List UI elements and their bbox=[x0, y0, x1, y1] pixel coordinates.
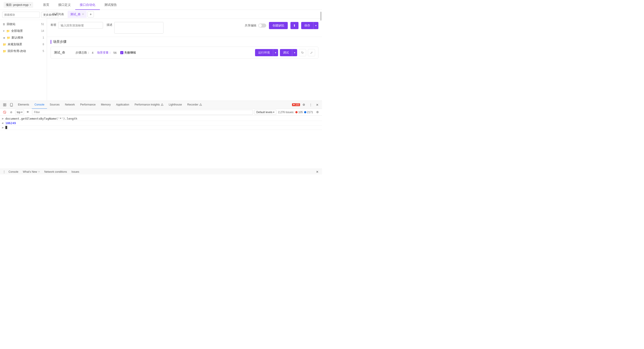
drawer-close-button[interactable]: ✕ bbox=[314, 169, 320, 175]
search-input[interactable] bbox=[2, 12, 40, 18]
whats-new-close-icon[interactable]: ✕ bbox=[38, 170, 40, 173]
nav-links: 首页 接口定义 接口自动化 测试报告 bbox=[38, 0, 121, 10]
expand-button[interactable]: ⤢ bbox=[308, 49, 315, 56]
sidebar-item-return[interactable]: 📁 回归专用-勿动 5 bbox=[0, 48, 47, 55]
fail-continue-label: 失败继续 bbox=[124, 51, 136, 55]
sidebar-items: 🗑 回收站 51 ▼ 📁 全部场景 14 ▶ 📁 默认模块 1 bbox=[0, 20, 47, 101]
project-chevron-icon: ▾ bbox=[30, 4, 31, 6]
run-env-button[interactable]: 运行环境 bbox=[255, 49, 273, 56]
scene-var-label[interactable]: 场景变量： bbox=[97, 51, 112, 55]
folder-icon-default: 📁 bbox=[7, 36, 10, 40]
console-settings-icon[interactable]: ⚙ bbox=[315, 110, 320, 115]
sidebar-item-all[interactable]: ▼ 📁 全部场景 14 bbox=[0, 28, 47, 34]
steps-total-label: 步骤总数： bbox=[76, 51, 90, 55]
save-button[interactable]: 保存 bbox=[301, 22, 313, 29]
dt-tab-performance[interactable]: Performance bbox=[78, 101, 98, 109]
tab-test-2[interactable]: 测试_叁 ✕ bbox=[68, 11, 87, 18]
content-area: 场景列表 测试_叁 ✕ + 标签 描述 bbox=[47, 10, 322, 101]
sidebar-search-row: 更多操作 ▾ bbox=[0, 10, 47, 20]
svg-rect-1 bbox=[3, 105, 4, 106]
main-area: 更多操作 ▾ 🗑 回收站 51 ▼ 📁 全部场景 14 bbox=[0, 10, 322, 101]
dt-close-button[interactable]: ✕ bbox=[314, 102, 320, 108]
tab-add-button[interactable]: + bbox=[88, 11, 94, 18]
tab-close-icon[interactable]: ✕ bbox=[82, 13, 84, 16]
svg-text:!: ! bbox=[200, 104, 200, 106]
share-edit-toggle[interactable] bbox=[258, 24, 266, 28]
dt-settings-icon[interactable]: ⚙ bbox=[301, 102, 307, 108]
dt-tab-console[interactable]: Console bbox=[32, 101, 47, 109]
create-defect-button[interactable]: 创建缺陷 bbox=[269, 22, 288, 29]
svg-text:!: ! bbox=[162, 104, 162, 106]
debug-dropdown-button[interactable]: ▾ bbox=[292, 49, 297, 56]
console-line-input: > document.getElementsByTagName('*').len… bbox=[0, 117, 322, 121]
refresh-button[interactable]: ↻ bbox=[299, 49, 306, 56]
nav-api-def[interactable]: 接口定义 bbox=[54, 0, 75, 10]
dt-tab-network[interactable]: Network bbox=[62, 101, 78, 109]
drawer-tab-issues[interactable]: Issues bbox=[69, 169, 82, 175]
title-bar-indicator bbox=[50, 40, 51, 44]
dt-tab-memory[interactable]: Memory bbox=[98, 101, 113, 109]
console-result-output: 186249 bbox=[5, 121, 16, 125]
dt-tab-lighthouse[interactable]: Lighthouse bbox=[166, 101, 185, 109]
eye-icon[interactable]: 👁 bbox=[25, 110, 31, 115]
folder-icon-unplanned: 📁 bbox=[3, 43, 6, 46]
console-cursor bbox=[5, 126, 7, 129]
devtools-tabs: Elements Console Sources Network Perform… bbox=[0, 101, 322, 109]
tag-field: 标签 bbox=[50, 22, 103, 29]
devtools-inspect-icon[interactable] bbox=[2, 102, 8, 108]
refresh-icon: ↻ bbox=[301, 51, 304, 55]
error-flag-icon: ⚑ bbox=[293, 104, 295, 106]
console-toolbar: 🚫 ⊘ top ▾ 👁 Default levels ▾ 2,276 Issue… bbox=[0, 109, 322, 116]
share-button[interactable]: ⬆ bbox=[290, 22, 298, 29]
form-right: 共享编辑 创建缺陷 ⬆ 保存 bbox=[245, 22, 318, 29]
drawer-tab-whats-new[interactable]: What's New ✕ bbox=[20, 169, 42, 175]
nav-home[interactable]: 首页 bbox=[38, 0, 54, 10]
trash-icon: 🗑 bbox=[3, 23, 5, 26]
devtools-device-icon[interactable] bbox=[8, 102, 14, 108]
step-name: 测试_叁 bbox=[54, 51, 72, 55]
dt-tab-application[interactable]: Application bbox=[113, 101, 132, 109]
filter-input[interactable] bbox=[32, 110, 253, 115]
console-clear-icon[interactable]: 🚫 bbox=[2, 110, 7, 115]
tabs-bar: 场景列表 测试_叁 ✕ + bbox=[47, 10, 322, 19]
drawer-tab-network-conditions[interactable]: Network conditions bbox=[42, 169, 69, 175]
console-line-cursor[interactable]: > bbox=[0, 125, 322, 130]
save-dropdown-button[interactable]: ▾ bbox=[313, 22, 318, 29]
scene-var-value: 56 bbox=[113, 51, 116, 55]
desc-field: 描述 bbox=[106, 22, 164, 34]
fail-continue-check[interactable]: ✓ 失败继续 bbox=[120, 51, 136, 55]
svg-rect-0 bbox=[3, 104, 4, 105]
dt-more-icon[interactable]: ⋮ bbox=[308, 102, 314, 108]
sidebar-item-unplanned[interactable]: 📁 未规划场景 8 bbox=[0, 41, 47, 48]
levels-selector[interactable]: Default levels ▾ bbox=[254, 110, 276, 115]
run-env-dropdown-button[interactable]: ▾ bbox=[273, 49, 278, 56]
sidebar-item-trash[interactable]: 🗑 回收站 51 bbox=[0, 21, 47, 28]
run-env-button-group: 运行环境 ▾ bbox=[255, 49, 278, 56]
levels-chevron-icon: ▾ bbox=[273, 111, 274, 113]
issue-count-warning: 2171 bbox=[304, 111, 313, 114]
nav-test-report[interactable]: 测试报告 bbox=[100, 0, 121, 10]
dt-tab-perf-insights[interactable]: Performance insights ! bbox=[132, 101, 166, 109]
share-edit-label: 共享编辑 bbox=[245, 24, 256, 28]
expand-arrow-sub-icon: ▶ bbox=[4, 37, 5, 39]
tab-scene-list[interactable]: 场景列表 bbox=[50, 11, 67, 18]
desc-textarea[interactable] bbox=[114, 22, 164, 34]
dt-tab-elements[interactable]: Elements bbox=[15, 101, 32, 109]
dt-tab-sources[interactable]: Sources bbox=[47, 101, 62, 109]
issue-dot-blue bbox=[304, 111, 306, 113]
scroll-indicator bbox=[320, 12, 322, 21]
console-filter-icon[interactable]: ⊘ bbox=[8, 110, 14, 115]
project-selector[interactable]: 项目: project-myp ▾ bbox=[4, 2, 33, 8]
toggle-knob bbox=[259, 24, 262, 27]
tag-input[interactable] bbox=[58, 22, 103, 29]
sidebar-item-default[interactable]: ▶ 📁 默认模块 1 bbox=[0, 34, 47, 41]
drawer-tab-console[interactable]: Console bbox=[6, 169, 20, 175]
context-chevron-icon: ▾ bbox=[21, 111, 22, 113]
console-prompt-cursor: > bbox=[2, 126, 4, 129]
debug-button[interactable]: 调试 bbox=[280, 49, 292, 56]
dt-tab-recorder[interactable]: Recorder ! bbox=[184, 101, 204, 109]
nav-api-auto[interactable]: 接口自动化 bbox=[75, 0, 100, 10]
drawer-dots-icon[interactable]: ⋮ bbox=[2, 170, 6, 173]
folder-icon: 📁 bbox=[6, 29, 10, 33]
context-selector[interactable]: top ▾ bbox=[15, 110, 24, 115]
